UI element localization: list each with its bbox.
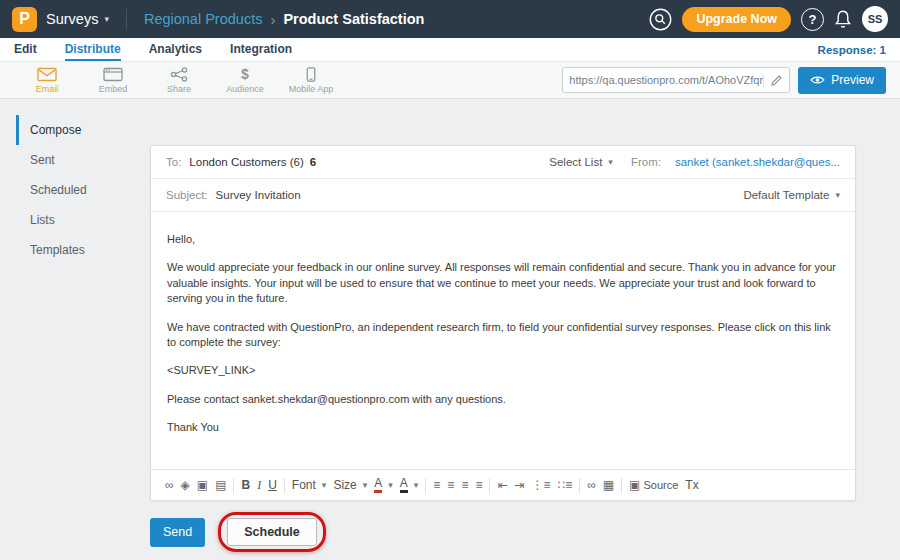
share-nodes-icon	[170, 67, 188, 82]
toolbar-divider	[579, 478, 580, 493]
bulleted-list-icon[interactable]: ∷≡	[558, 478, 573, 492]
align-justify-icon[interactable]: ≡	[475, 478, 482, 492]
insert-link-icon[interactable]: ∞	[587, 478, 596, 492]
channel-email-label: Email	[36, 84, 59, 94]
search-button[interactable]	[649, 8, 672, 31]
compose-actions: Send Schedule	[150, 512, 326, 552]
sidebar-item-templates[interactable]: Templates	[16, 235, 136, 265]
channel-mobile-app[interactable]: Mobile App	[278, 67, 344, 94]
body-paragraph: <SURVEY_LINK>	[167, 363, 839, 378]
content-area: Compose Sent Scheduled Lists Templates T…	[0, 99, 900, 559]
align-center-icon[interactable]: ≡	[447, 478, 454, 492]
pencil-icon	[770, 74, 783, 87]
underline-button[interactable]: U	[268, 478, 277, 492]
notifications-button[interactable]	[834, 9, 852, 29]
merge-field-icon[interactable]: ▣	[197, 478, 208, 492]
font-select[interactable]: Font▾	[292, 478, 327, 492]
outdent-icon[interactable]: ⇤	[497, 478, 507, 492]
questionpro-logo[interactable]: P	[12, 7, 37, 32]
template-dropdown-label: Default Template	[743, 189, 829, 201]
tab-integration[interactable]: Integration	[230, 38, 292, 61]
surveys-menu-label: Surveys	[46, 11, 98, 27]
breadcrumb-current: Product Satisfaction	[283, 11, 424, 27]
surveys-menu[interactable]: Surveys ▾	[46, 11, 109, 27]
bell-icon	[834, 9, 852, 29]
chevron-down-icon: ▾	[322, 480, 327, 490]
insert-image-icon[interactable]: ▦	[603, 478, 614, 492]
subject-value[interactable]: Survey Invitation	[216, 189, 301, 201]
align-right-icon[interactable]: ≡	[461, 478, 468, 492]
channel-embed-label: Embed	[99, 84, 128, 94]
remove-format-button[interactable]: Tx	[685, 478, 698, 492]
sidebar-item-sent[interactable]: Sent	[16, 145, 136, 175]
topbar: P Surveys ▾ Regional Products › Product …	[0, 0, 900, 38]
survey-url-input[interactable]	[569, 74, 763, 86]
channel-audience[interactable]: $ Audience	[212, 67, 278, 94]
indent-icon[interactable]: ⇥	[514, 478, 524, 492]
subject-label: Subject:	[166, 189, 208, 201]
breadcrumb: Regional Products › Product Satisfaction	[144, 11, 425, 28]
bold-button[interactable]: B	[241, 478, 250, 492]
channel-audience-label: Audience	[226, 84, 264, 94]
source-button[interactable]: ▣ Source	[629, 478, 678, 492]
breadcrumb-separator: ›	[270, 11, 275, 28]
toolbar-divider	[284, 478, 285, 493]
response-counter[interactable]: Response: 1	[818, 44, 886, 56]
from-label: From:	[631, 156, 661, 168]
select-list-label: Select List	[549, 156, 602, 168]
tab-distribute[interactable]: Distribute	[65, 38, 121, 61]
breadcrumb-parent[interactable]: Regional Products	[144, 11, 263, 27]
toolbar-divider	[425, 478, 426, 493]
link-icon[interactable]: ∞	[165, 478, 174, 492]
edit-url-button[interactable]	[763, 74, 783, 87]
highlight-annotation: Schedule	[218, 512, 326, 552]
sidebar-item-scheduled[interactable]: Scheduled	[16, 175, 136, 205]
tab-edit[interactable]: Edit	[14, 38, 37, 61]
topbar-divider	[126, 9, 127, 29]
eye-icon	[810, 75, 825, 85]
chevron-down-icon: ▾	[104, 14, 109, 24]
source-icon: ▣	[629, 478, 640, 492]
numbered-list-icon[interactable]: ⋮≡	[532, 478, 551, 492]
upgrade-now-button[interactable]: Upgrade Now	[682, 7, 791, 32]
channel-share[interactable]: Share	[146, 67, 212, 94]
topbar-actions: Upgrade Now ? SS	[649, 6, 888, 32]
channel-share-label: Share	[167, 84, 191, 94]
chevron-down-icon: ▾	[414, 480, 419, 490]
select-list-dropdown[interactable]: Select List ▾	[549, 156, 613, 168]
avatar[interactable]: SS	[862, 6, 888, 32]
channel-embed[interactable]: Embed	[80, 67, 146, 94]
dollar-icon: $	[241, 67, 249, 82]
from-field[interactable]: From: sanket (sanket.shekdar@ques...	[631, 156, 840, 168]
body-paragraph: Hello,	[167, 232, 839, 247]
size-select[interactable]: Size▾	[333, 478, 367, 492]
text-color-button[interactable]: A▾	[374, 477, 393, 493]
distribute-toolbar: Email Embed Share $ Audience Mobile App …	[0, 62, 900, 99]
channel-email[interactable]: Email	[14, 67, 80, 94]
template-block-icon[interactable]: ▤	[215, 478, 226, 492]
survey-url-box	[562, 67, 790, 93]
from-value[interactable]: sanket (sanket.shekdar@ques...	[675, 156, 840, 168]
phone-icon	[306, 67, 316, 82]
send-button[interactable]: Send	[150, 518, 205, 547]
editor-toolbar: ∞ ◈ ▣ ▤ B I U Font▾ Size▾ A▾ A▾ ≡ ≡ ≡	[151, 469, 855, 500]
body-paragraph: We would appreciate your feedback in our…	[167, 260, 839, 306]
schedule-button[interactable]: Schedule	[227, 518, 317, 546]
tags-icon[interactable]: ◈	[181, 478, 190, 492]
toolbar-divider	[621, 478, 622, 493]
help-button[interactable]: ?	[801, 8, 824, 31]
email-body-editor[interactable]: Hello, We would appreciate your feedback…	[151, 212, 855, 469]
compose-card: To: London Customers (6) 6 Select List ▾…	[150, 145, 856, 501]
sidebar-item-compose[interactable]: Compose	[16, 115, 136, 145]
to-value: London Customers (6)	[189, 156, 303, 168]
align-left-icon[interactable]: ≡	[433, 478, 440, 492]
preview-button[interactable]: Preview	[798, 67, 886, 94]
sidebar-item-lists[interactable]: Lists	[16, 205, 136, 235]
template-dropdown[interactable]: Default Template ▾	[743, 189, 840, 201]
tab-analytics[interactable]: Analytics	[149, 38, 202, 61]
bg-color-button[interactable]: A▾	[400, 477, 419, 493]
to-label: To:	[166, 156, 181, 168]
italic-button[interactable]: I	[257, 478, 261, 493]
email-sidebar: Compose Sent Scheduled Lists Templates	[16, 115, 136, 265]
search-icon	[649, 8, 672, 31]
